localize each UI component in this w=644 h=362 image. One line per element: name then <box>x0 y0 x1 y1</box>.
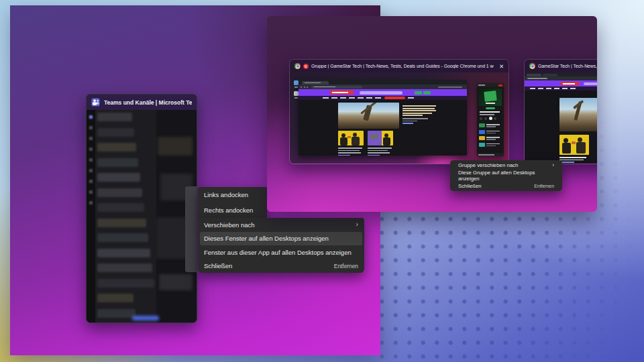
decor-block <box>338 150 360 152</box>
site-search-field <box>360 91 402 95</box>
decor-block <box>559 160 584 161</box>
decor-block <box>331 97 337 99</box>
decor-block <box>159 274 193 290</box>
teams-icon <box>91 98 100 107</box>
decor-block <box>89 158 93 162</box>
decor-block <box>368 147 392 149</box>
decor-block <box>486 139 496 140</box>
decor-block <box>486 137 500 138</box>
decor-block <box>332 92 348 93</box>
decor-block <box>368 152 390 154</box>
menu-shortcut-entfernen: Entfernen <box>334 263 358 269</box>
decor-block <box>89 126 93 129</box>
group-thumbnail-titlebar: G Gruppe | GameStar Tech | Tech-News, Te… <box>290 60 508 72</box>
desktop-icon <box>294 80 299 85</box>
decor-block <box>89 137 93 140</box>
group-thumbnail-title: Gruppe | GameStar Tech | Tech-News, Test… <box>311 64 494 68</box>
decor-block <box>563 83 575 84</box>
site-content <box>299 100 467 156</box>
submenu-chevron-icon: › <box>356 221 358 228</box>
decor-block <box>97 188 142 197</box>
decor-block <box>97 294 133 302</box>
decor-block <box>368 150 388 152</box>
teams-thumbnail-titlebar: Teams und Kanäle | Microsoft Teams <box>87 95 197 110</box>
menu-item-label: Schließen <box>204 262 232 269</box>
decor-block <box>304 86 305 88</box>
decor-block <box>93 99 96 102</box>
menu-item-dieses-fenster-auf-allen-desktops[interactable]: Dieses Fenster auf allen Desktops anzeig… <box>200 232 362 246</box>
menu-item-schliessen-gruppe[interactable]: Schließen Entfernen <box>450 181 562 191</box>
menu-item-label: Schließen <box>458 183 482 189</box>
decor-block <box>89 115 93 119</box>
decor-block <box>338 155 350 156</box>
decor-block <box>347 136 351 138</box>
teams-window-thumbnail[interactable]: Teams und Kanäle | Microsoft Teams <box>86 94 197 323</box>
window-context-menu: Verschieben nach › Dieses Fenster auf al… <box>198 218 364 273</box>
decor-block <box>564 138 568 143</box>
video-window-preview <box>477 83 504 156</box>
gamestar-site-header <box>299 89 467 96</box>
decor-block <box>402 108 435 109</box>
decor-block <box>486 103 495 104</box>
decor-block <box>479 123 485 127</box>
decor-block <box>93 102 97 105</box>
decor-block <box>97 233 148 242</box>
decor-block <box>97 309 136 318</box>
menu-item-label: Dieses Fenster auf allen Desktops anzeig… <box>204 235 329 242</box>
teams-dialog-blurred <box>185 186 197 272</box>
decor-block <box>527 78 547 79</box>
menu-item-label: Fenster aus dieser App auf allen Desktop… <box>204 249 352 256</box>
menu-item-rechts-andocken[interactable]: Rechts andocken <box>198 202 267 218</box>
decor-block <box>97 249 150 257</box>
teams-blue-highlight-blurred <box>132 316 159 320</box>
decor-block <box>486 126 496 127</box>
menu-item-label: Gruppe verschieben nach <box>458 162 518 168</box>
decor-block <box>543 74 557 76</box>
decor-block <box>338 147 362 149</box>
decor-block <box>402 121 417 122</box>
decor-block <box>546 88 551 89</box>
decor-block <box>525 86 597 90</box>
decor-block <box>158 137 193 156</box>
menu-item-links-andocken[interactable]: Links andocken <box>198 187 267 202</box>
decor-block <box>484 117 487 120</box>
decor-block <box>97 203 144 212</box>
chrome-window-thumbnail[interactable]: GameStar Tech | Tech-News, Tests, De <box>524 59 597 164</box>
chrome-group-thumbnail[interactable]: G Gruppe | GameStar Tech | Tech-News, Te… <box>289 59 509 164</box>
menu-shortcut-entfernen: Entfernen <box>534 184 554 188</box>
menu-item-label: Diese Gruppe auf allen Desktops anzeigen <box>458 170 554 182</box>
gpu-video-still <box>479 88 502 106</box>
decor-block <box>527 74 541 76</box>
close-thumbnail-button[interactable]: ✕ <box>496 63 504 70</box>
decor-block <box>576 142 586 154</box>
menu-item-schliessen[interactable]: Schließen Entfernen <box>198 259 364 274</box>
decor-block <box>97 102 99 105</box>
menu-item-verschieben-nach[interactable]: Verschieben nach › <box>198 218 364 232</box>
decor-block <box>494 117 496 120</box>
decor-block <box>307 86 308 88</box>
browser-window-preview-2 <box>525 72 597 164</box>
decor-block <box>572 141 576 144</box>
browser-window-preview <box>299 80 467 156</box>
menu-item-diese-gruppe-auf-allen-desktops[interactable]: Diese Gruppe auf allen Desktops anzeigen <box>450 170 562 180</box>
teams-window-preview <box>87 110 197 322</box>
decor-block <box>480 114 494 115</box>
teams-chat-list-blurred <box>95 110 156 322</box>
decor-block <box>530 88 535 89</box>
chrome-icon <box>294 63 301 69</box>
decor-block <box>480 111 500 113</box>
decor-block <box>402 105 436 107</box>
decor-block <box>305 82 321 83</box>
decor-block <box>89 180 93 183</box>
decor-block <box>338 152 361 154</box>
decor-block <box>538 88 543 89</box>
decor-block <box>562 88 568 89</box>
site-button-green <box>415 91 422 95</box>
decor-block <box>402 113 432 114</box>
menu-item-fenster-aus-dieser-app[interactable]: Fenster aus dieser App auf allen Desktop… <box>198 245 364 259</box>
decor-block <box>97 219 146 227</box>
decor-block <box>402 110 436 111</box>
window-thumbnail-titlebar: GameStar Tech | Tech-News, Tests, De <box>525 60 597 72</box>
decor-block <box>340 97 346 99</box>
decor-block <box>402 115 423 116</box>
